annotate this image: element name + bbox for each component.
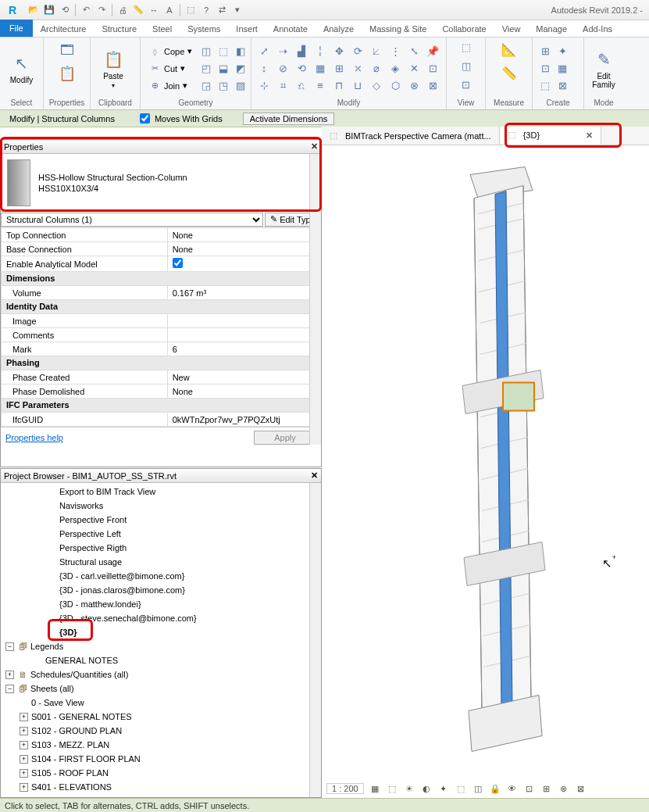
tree-view-item[interactable]: Perspective Rigth [1, 541, 309, 555]
prop-value[interactable] [167, 314, 320, 328]
tree-view-item[interactable]: {3D - jonas.claros@bimone.com} [1, 583, 309, 597]
qat-save-icon[interactable]: 💾 [42, 3, 56, 17]
prop-value[interactable] [167, 328, 320, 342]
mod-icon[interactable]: ⊹ [256, 78, 272, 94]
tree-view-item[interactable]: Perspective Left [1, 527, 309, 541]
prop-value[interactable]: None [167, 228, 320, 242]
mod-icon[interactable]: ⊞ [331, 61, 347, 77]
tree-view-item[interactable]: Export to BIM Track View [1, 485, 309, 499]
expand-icon[interactable]: + [20, 741, 28, 749]
activate-dimensions-button[interactable]: Activate Dimensions [243, 113, 335, 125]
reveal-icon[interactable]: ⊡ [523, 782, 536, 795]
prop-value[interactable]: 0.167 m³ [167, 286, 320, 300]
tab-massing-site[interactable]: Massing & Site [362, 21, 434, 37]
mod-icon[interactable]: ⊗ [406, 78, 422, 94]
tree-legends[interactable]: −🗐Legends [1, 639, 309, 653]
render-icon[interactable]: ✦ [437, 782, 450, 795]
qat-dropdown-icon[interactable]: ▾ [230, 3, 244, 17]
tree-sheet-item[interactable]: +S104 - FIRST FLOOR PLAN [1, 752, 309, 766]
mod-icon[interactable]: ⎌ [294, 78, 309, 94]
detail-level-icon[interactable]: ▦ [369, 782, 381, 795]
qat-measure-icon[interactable]: 📏 [131, 3, 145, 17]
close-icon[interactable]: ✕ [311, 470, 318, 481]
cut-button[interactable]: ✂Cut ▾ [145, 61, 195, 77]
tree-view-item[interactable]: Perspective Front [1, 513, 309, 527]
tree-view-item[interactable]: Navisworks [1, 499, 309, 513]
tab-annotate[interactable]: Annotate [266, 21, 316, 37]
crop-visible-icon[interactable]: ◫ [472, 782, 484, 795]
doc-tab-bimtrack[interactable]: ⬚ BIMTrack Perspective Camera (matt... [322, 127, 500, 145]
3d-model-canvas[interactable] [322, 145, 649, 798]
tree-sheet-item[interactable]: 0 - Save View [1, 696, 309, 710]
prop-value[interactable]: New [167, 370, 320, 385]
view-icon[interactable]: ◫ [458, 58, 474, 73]
tab-manage[interactable]: Manage [528, 21, 575, 37]
mod-icon[interactable]: ◈ [387, 61, 403, 77]
scale-icon[interactable]: ⤡ [406, 44, 422, 59]
mod-icon[interactable]: ▦ [312, 61, 328, 77]
mod-icon[interactable]: ⊡ [425, 61, 440, 77]
apply-button[interactable]: Apply [254, 431, 316, 445]
mod-icon[interactable]: ⌗ [275, 78, 291, 94]
visual-style-icon[interactable]: ⬚ [386, 782, 398, 795]
group-label[interactable]: Dimensions [6, 274, 55, 283]
prop-value[interactable]: 0kWTnZpor7wv_P7PQZxUtj [167, 413, 320, 427]
scrollbar[interactable] [309, 154, 321, 445]
tab-add-ins[interactable]: Add-Ins [575, 21, 620, 37]
crop-icon[interactable]: ⬚ [455, 782, 467, 795]
mod-icon[interactable]: ⊘ [275, 61, 291, 77]
split-icon[interactable]: ╎ [312, 44, 328, 59]
tree-sheet-item[interactable]: +S105 - ROOF PLAN [1, 766, 309, 780]
create-icon[interactable]: ▦ [555, 61, 570, 77]
geom-icon[interactable]: ◫ [198, 44, 214, 59]
tab-view[interactable]: View [494, 21, 529, 37]
category-filter-select[interactable]: Structural Columns (1) [1, 213, 263, 227]
expand-icon[interactable]: + [5, 671, 14, 679]
offset-icon[interactable]: ⇢ [275, 44, 291, 59]
3d-view[interactable]: ↖+ 1 : 200 ▦ ⬚ ☀ ◐ ✦ ⬚ ◫ 🔒 👁 ⊡ ⊞ ⊗ ⊠ [322, 145, 649, 798]
geom-icon[interactable]: ◰ [198, 61, 214, 77]
expand-icon[interactable]: + [20, 727, 28, 735]
tree-view-item[interactable]: {3D - carl.veillette@bimone.com} [1, 569, 309, 583]
group-label[interactable]: Phasing [6, 358, 40, 367]
tree-sheet-item[interactable]: +S103 - MEZZ. PLAN [1, 738, 309, 752]
geom-icon[interactable]: ◲ [198, 78, 214, 94]
temp-hide-icon[interactable]: 👁 [506, 782, 519, 795]
tree-view-item[interactable]: {3D - matthew.londei} [1, 597, 309, 611]
analytical-checkbox[interactable] [173, 258, 183, 268]
properties-header[interactable]: Properties ✕ [1, 140, 321, 154]
rotate-icon[interactable]: ⟳ [350, 44, 366, 59]
qat-redo-icon[interactable]: ↷ [94, 3, 109, 17]
prop-value[interactable]: None [167, 242, 320, 256]
qat-text-icon[interactable]: A [162, 3, 177, 17]
prop-value[interactable]: None [167, 385, 320, 399]
modify-button[interactable]: ↖Modify [5, 41, 38, 96]
geom-icon[interactable]: ⬚ [216, 44, 231, 59]
tab-systems[interactable]: Systems [180, 21, 228, 37]
prop-value[interactable] [167, 256, 320, 272]
qat-3d-icon[interactable]: ⬚ [184, 3, 198, 17]
mod-icon[interactable]: ⟲ [294, 61, 309, 77]
analytical-icon[interactable]: ⊗ [558, 782, 570, 795]
create-icon[interactable]: ⊠ [555, 78, 570, 94]
tree-schedules[interactable]: +🗎Schedules/Quantities (all) [1, 667, 309, 681]
tree-view-item[interactable]: {3D - steve.senechal@bimone.com} [1, 611, 309, 625]
scale-selector[interactable]: 1 : 200 [326, 783, 364, 794]
mod-icon[interactable]: ⌀ [369, 61, 384, 77]
worksharing-icon[interactable]: ⊞ [540, 782, 553, 795]
expand-icon[interactable]: + [20, 783, 28, 792]
tab-analyze[interactable]: Analyze [316, 21, 362, 37]
geom-icon[interactable]: ◧ [233, 44, 248, 59]
expand-icon[interactable]: + [20, 755, 28, 764]
qat-open-icon[interactable]: 📂 [27, 3, 41, 17]
measure-icon[interactable]: 📏 [497, 63, 521, 83]
mirror-icon[interactable]: ▟ [294, 44, 309, 59]
mod-icon[interactable]: ⬡ [387, 78, 403, 94]
qat-print-icon[interactable]: 🖨 [116, 3, 130, 17]
scrollbar[interactable] [309, 483, 321, 797]
join-button[interactable]: ⊕Join ▾ [145, 78, 195, 94]
cope-button[interactable]: ⎀Cope ▾ [145, 44, 195, 59]
mod-icon[interactable]: ⤫ [350, 61, 366, 77]
mod-icon[interactable]: ≡ [312, 78, 328, 94]
mod-icon[interactable]: ↕ [256, 61, 272, 77]
